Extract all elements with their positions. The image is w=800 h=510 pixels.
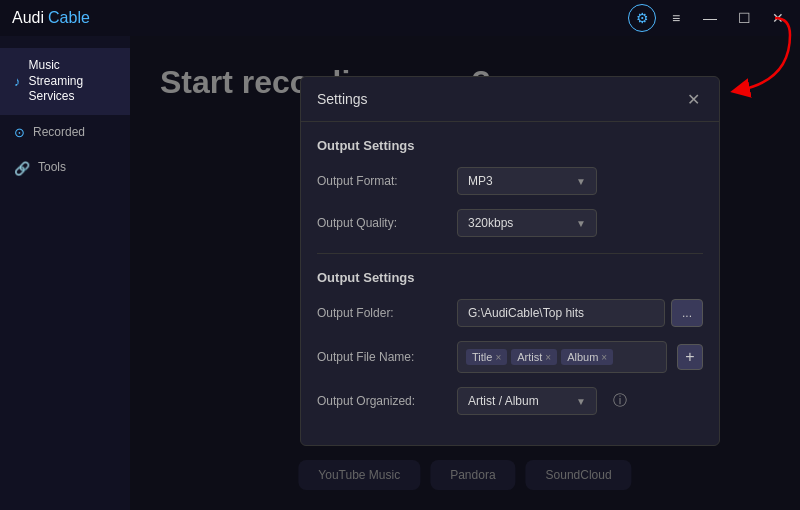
sidebar-label-music: Music Streaming Services xyxy=(29,58,117,105)
settings-icon-button[interactable]: ⚙ xyxy=(628,4,656,32)
browse-button[interactable]: ... xyxy=(671,299,703,327)
music-icon: ♪ xyxy=(14,74,21,89)
output-format-value: MP3 xyxy=(468,174,493,188)
logo-cable: Cable xyxy=(48,9,90,27)
sidebar-label-recorded: Recorded xyxy=(33,125,85,141)
output-filename-label: Output File Name: xyxy=(317,350,447,364)
modal-overlay: Settings ✕ Output Settings Output Format… xyxy=(130,36,800,510)
modal-close-button[interactable]: ✕ xyxy=(683,89,703,109)
output-quality-row: Output Quality: 320kbps ▼ xyxy=(317,209,703,237)
modal-body: Output Settings Output Format: MP3 ▼ xyxy=(301,122,719,445)
output-filename-row: Output File Name: Title × Artist × xyxy=(317,341,703,373)
modal-header: Settings ✕ xyxy=(301,77,719,122)
tag-title-remove[interactable]: × xyxy=(495,352,501,363)
chevron-down-icon-quality: ▼ xyxy=(576,218,586,229)
close-button[interactable]: ✕ xyxy=(764,4,792,32)
tag-title: Title × xyxy=(466,349,507,365)
output-folder-row: Output Folder: G:\AudiCable\Top hits ... xyxy=(317,299,703,327)
logo-audi: Audi xyxy=(12,9,44,27)
tag-artist-label: Artist xyxy=(517,351,542,363)
title-bar: AudiCable ⚙ ≡ — ☐ ✕ xyxy=(0,0,800,36)
maximize-button[interactable]: ☐ xyxy=(730,4,758,32)
settings-modal: Settings ✕ Output Settings Output Format… xyxy=(300,76,720,446)
tools-icon: 🔗 xyxy=(14,161,30,176)
add-tag-button[interactable]: + xyxy=(677,344,703,370)
chevron-down-icon-organized: ▼ xyxy=(576,396,586,407)
output-filename-tags[interactable]: Title × Artist × Album × xyxy=(457,341,667,373)
title-bar-buttons: ⚙ ≡ — ☐ ✕ xyxy=(628,4,792,32)
output-quality-select[interactable]: 320kbps ▼ xyxy=(457,209,597,237)
tag-artist: Artist × xyxy=(511,349,557,365)
info-icon[interactable]: ⓘ xyxy=(613,392,627,410)
sidebar-item-tools[interactable]: 🔗 Tools xyxy=(0,150,130,186)
modal-title: Settings xyxy=(317,91,368,107)
sidebar-label-tools: Tools xyxy=(38,160,66,176)
output-folder-input[interactable]: G:\AudiCable\Top hits xyxy=(457,299,665,327)
tag-title-label: Title xyxy=(472,351,492,363)
output-format-label: Output Format: xyxy=(317,174,447,188)
recorded-icon: ⊙ xyxy=(14,125,25,140)
output-organized-label: Output Organized: xyxy=(317,394,447,408)
tag-album: Album × xyxy=(561,349,613,365)
chevron-down-icon: ▼ xyxy=(576,176,586,187)
tag-album-label: Album xyxy=(567,351,598,363)
output-format-control: MP3 ▼ xyxy=(457,167,703,195)
output-organized-select[interactable]: Artist / Album ▼ xyxy=(457,387,597,415)
output-format-row: Output Format: MP3 ▼ xyxy=(317,167,703,195)
app-logo: AudiCable xyxy=(12,9,90,27)
main-content: Start recording now ? amazon music 📊 Dee… xyxy=(130,36,800,510)
tag-album-remove[interactable]: × xyxy=(601,352,607,363)
output-folder-path-row: G:\AudiCable\Top hits ... xyxy=(457,299,703,327)
sidebar-item-music-streaming[interactable]: ♪ Music Streaming Services xyxy=(0,48,130,115)
output-organized-row: Output Organized: Artist / Album ▼ ⓘ xyxy=(317,387,703,415)
output-format-select[interactable]: MP3 ▼ xyxy=(457,167,597,195)
section-divider xyxy=(317,253,703,254)
output-organized-value: Artist / Album xyxy=(468,394,539,408)
output-quality-label: Output Quality: xyxy=(317,216,447,230)
tag-artist-remove[interactable]: × xyxy=(545,352,551,363)
output-settings-title-1: Output Settings xyxy=(317,138,703,153)
output-quality-control: 320kbps ▼ xyxy=(457,209,703,237)
sidebar-item-recorded[interactable]: ⊙ Recorded xyxy=(0,115,130,151)
output-quality-value: 320kbps xyxy=(468,216,513,230)
output-settings-title-2: Output Settings xyxy=(317,270,703,285)
app-body: ♪ Music Streaming Services ⊙ Recorded 🔗 … xyxy=(0,36,800,510)
menu-button[interactable]: ≡ xyxy=(662,4,690,32)
output-folder-label: Output Folder: xyxy=(317,306,447,320)
sidebar: ♪ Music Streaming Services ⊙ Recorded 🔗 … xyxy=(0,36,130,510)
minimize-button[interactable]: — xyxy=(696,4,724,32)
